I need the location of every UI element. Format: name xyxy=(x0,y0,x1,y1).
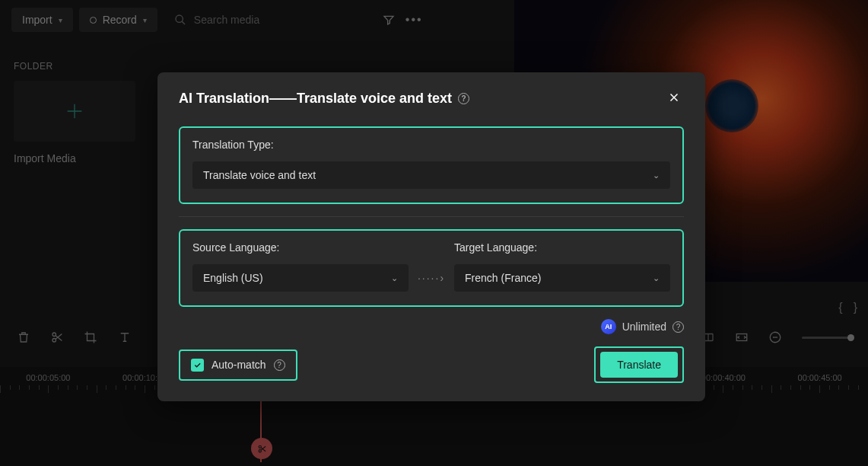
source-language-value: English (US) xyxy=(203,272,263,284)
help-icon[interactable]: ? xyxy=(672,321,684,333)
source-language-label: Source Language: xyxy=(192,241,409,254)
translation-type-value: Translate voice and text xyxy=(203,169,316,181)
ai-badge-icon: AI xyxy=(601,319,616,334)
dialog-title-text: AI Translation——Translate voice and text xyxy=(179,91,452,107)
dialog-title-row: AI Translation——Translate voice and text… xyxy=(179,91,469,107)
target-language-col: Target Language: French (France) ⌄ xyxy=(454,241,670,292)
translation-type-section: Translation Type: Translate voice and te… xyxy=(179,126,684,204)
target-language-value: French (France) xyxy=(465,272,541,284)
help-icon[interactable]: ? xyxy=(458,93,469,104)
close-button[interactable] xyxy=(664,88,684,110)
ai-translation-dialog: AI Translation——Translate voice and text… xyxy=(157,72,705,401)
translate-button[interactable]: Translate xyxy=(600,352,678,378)
chevron-down-icon: ⌄ xyxy=(653,273,660,283)
chevron-down-icon: ⌄ xyxy=(653,171,660,180)
auto-match-label: Auto-match xyxy=(211,359,266,371)
help-icon[interactable]: ? xyxy=(274,359,285,371)
unlimited-label: Unlimited xyxy=(622,321,666,333)
checkbox-checked-icon xyxy=(191,359,204,372)
auto-match-checkbox[interactable]: Auto-match ? xyxy=(179,350,297,381)
unlimited-row: AI Unlimited ? xyxy=(179,319,684,334)
dialog-footer: Auto-match ? Translate xyxy=(179,346,684,383)
source-language-select[interactable]: English (US) ⌄ xyxy=(192,264,409,292)
source-language-col: Source Language: English (US) ⌄ xyxy=(192,241,409,292)
target-language-label: Target Language: xyxy=(454,241,670,254)
dialog-header: AI Translation——Translate voice and text… xyxy=(179,88,684,110)
divider xyxy=(179,216,684,217)
language-section: Source Language: English (US) ⌄ ·····› T… xyxy=(179,229,684,307)
translate-button-highlight: Translate xyxy=(594,346,684,383)
close-icon xyxy=(667,91,681,104)
chevron-down-icon: ⌄ xyxy=(391,273,398,283)
translation-type-label: Translation Type: xyxy=(192,139,670,151)
translation-type-select[interactable]: Translate voice and text ⌄ xyxy=(192,161,670,189)
arrow-right-icon: ·····› xyxy=(418,272,445,292)
target-language-select[interactable]: French (France) ⌄ xyxy=(454,264,670,292)
